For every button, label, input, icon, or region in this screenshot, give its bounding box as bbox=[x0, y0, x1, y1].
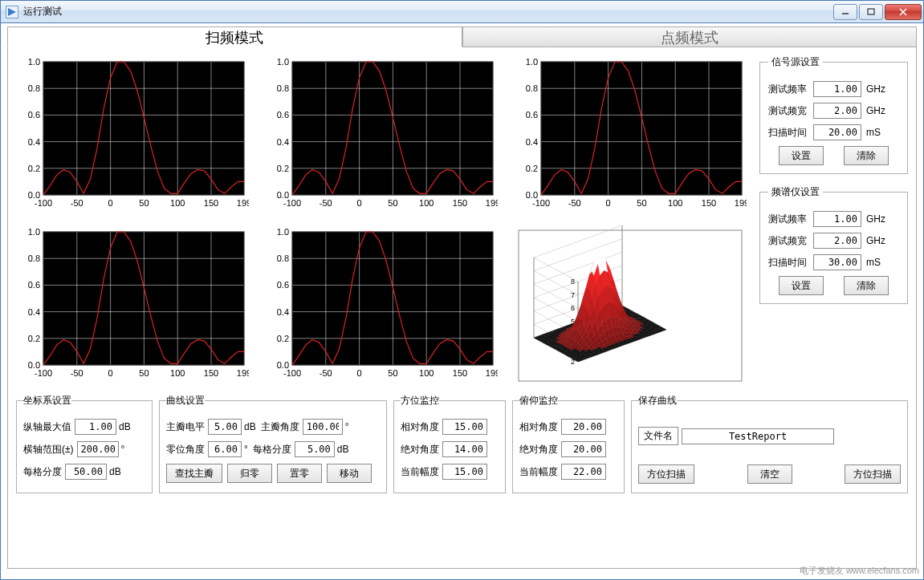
pitch-rel-label: 相对角度 bbox=[519, 420, 558, 434]
svg-text:0.4: 0.4 bbox=[277, 307, 289, 317]
surface-chart: 2345678 bbox=[514, 225, 747, 386]
svg-text:0: 0 bbox=[357, 368, 362, 378]
svg-text:0.2: 0.2 bbox=[277, 334, 289, 343]
azimuth-group: 方位监控 相对角度 绝对角度 当前幅度 bbox=[393, 394, 506, 493]
close-button[interactable] bbox=[885, 4, 922, 20]
coord-div-label: 每格分度 bbox=[23, 465, 62, 479]
save-file-label: 文件名 bbox=[638, 427, 678, 445]
spectrum-set-button[interactable]: 设置 bbox=[779, 276, 824, 295]
app-window: 运行测试 扫频模式 点频模式 -100-500501001501990.00.2… bbox=[0, 0, 924, 580]
window-title: 运行测试 bbox=[23, 5, 833, 18]
curve-mainlevel-input[interactable] bbox=[208, 419, 242, 435]
pitch-rel-input[interactable] bbox=[561, 419, 606, 435]
azimuth-legend: 方位监控 bbox=[401, 394, 439, 408]
signal-clear-button[interactable]: 清除 bbox=[844, 146, 889, 165]
pitch-abs-input[interactable] bbox=[561, 441, 606, 457]
svg-rect-5 bbox=[43, 62, 244, 195]
save-azscan-button[interactable]: 方位扫描 bbox=[638, 464, 694, 484]
tab-scan-mode[interactable]: 扫频模式 bbox=[7, 26, 462, 47]
curve-setzero-button[interactable]: 置零 bbox=[277, 464, 322, 483]
coord-div-unit: dB bbox=[109, 466, 121, 477]
svg-text:0.6: 0.6 bbox=[28, 110, 40, 120]
save-azscan2-button[interactable]: 方位扫描 bbox=[845, 464, 901, 484]
svg-text:150: 150 bbox=[453, 198, 467, 208]
svg-text:100: 100 bbox=[668, 198, 682, 208]
spectrum-bw-label: 测试频宽 bbox=[768, 234, 813, 248]
svg-text:150: 150 bbox=[204, 368, 218, 378]
curve-findmain-button[interactable]: 查找主瓣 bbox=[166, 464, 222, 483]
svg-marker-0 bbox=[8, 8, 16, 16]
spectrum-legend: 频谱仪设置 bbox=[768, 185, 823, 199]
pitch-group: 俯仰监控 相对角度 绝对角度 当前幅度 bbox=[512, 394, 625, 493]
svg-text:-50: -50 bbox=[320, 368, 332, 378]
curve-mainangle-unit: ° bbox=[345, 421, 349, 432]
save-file-input[interactable] bbox=[682, 428, 834, 444]
spectrum-time-label: 扫描时间 bbox=[768, 256, 813, 270]
curve-mainlevel-label: 主瓣电平 bbox=[166, 420, 205, 434]
curve-mainangle-input[interactable] bbox=[303, 419, 343, 435]
spectrum-bw-unit: GHz bbox=[866, 235, 885, 246]
coord-div-input[interactable] bbox=[65, 464, 107, 480]
signal-bw-label: 测试频宽 bbox=[768, 104, 813, 118]
save-legend: 保存曲线 bbox=[638, 394, 677, 408]
curve-perdiv-input[interactable] bbox=[295, 441, 335, 457]
save-clear-button[interactable]: 清空 bbox=[747, 464, 792, 484]
svg-text:7: 7 bbox=[571, 291, 575, 299]
pitch-abs-label: 绝对角度 bbox=[519, 443, 558, 456]
svg-text:50: 50 bbox=[388, 368, 397, 378]
signal-time-input[interactable] bbox=[813, 124, 861, 140]
save-group: 保存曲线 文件名 方位扫描 清空 方位扫描 bbox=[631, 394, 908, 493]
svg-text:1.0: 1.0 bbox=[277, 57, 289, 67]
signal-freq-unit: GHz bbox=[866, 83, 885, 95]
signal-freq-input[interactable] bbox=[813, 81, 861, 97]
coord-xrange-unit: ° bbox=[121, 444, 125, 455]
spectrum-time-unit: mS bbox=[866, 257, 881, 268]
svg-text:0.2: 0.2 bbox=[277, 164, 289, 173]
spectrum-clear-button[interactable]: 清除 bbox=[844, 276, 889, 295]
curve-zeroangle-unit: ° bbox=[244, 444, 248, 455]
curve-zeroback-button[interactable]: 归零 bbox=[227, 464, 272, 483]
svg-text:1.0: 1.0 bbox=[277, 227, 289, 237]
spectrum-group: 频谱仪设置 测试频率 GHz 测试频宽 GHz 扫描时间 bbox=[759, 185, 908, 304]
coord-xrange-label: 横轴范围(±) bbox=[23, 443, 74, 456]
svg-text:0.6: 0.6 bbox=[28, 280, 40, 290]
svg-text:0.8: 0.8 bbox=[277, 253, 289, 263]
signal-time-unit: mS bbox=[866, 127, 881, 138]
svg-text:0.0: 0.0 bbox=[526, 190, 538, 200]
azimuth-amp-input[interactable] bbox=[442, 464, 487, 480]
coord-xrange-input[interactable] bbox=[77, 441, 119, 457]
spectrum-time-input[interactable] bbox=[813, 254, 861, 270]
azimuth-rel-input[interactable] bbox=[442, 419, 487, 435]
svg-text:0.0: 0.0 bbox=[28, 190, 40, 200]
svg-text:199: 199 bbox=[486, 198, 498, 208]
curve-group: 曲线设置 主瓣电平 dB 主瓣角度 ° 零位角度 ° 每格分度 bbox=[159, 394, 387, 493]
curve-legend: 曲线设置 bbox=[166, 394, 205, 408]
maximize-button[interactable] bbox=[859, 4, 883, 20]
signal-bw-input[interactable] bbox=[813, 103, 861, 119]
svg-text:1.0: 1.0 bbox=[526, 57, 538, 67]
svg-text:0: 0 bbox=[606, 198, 611, 208]
svg-text:0.6: 0.6 bbox=[526, 110, 538, 120]
curve-zeroangle-input[interactable] bbox=[208, 441, 242, 457]
coord-ymax-input[interactable] bbox=[75, 419, 116, 435]
signal-freq-label: 测试频率 bbox=[768, 83, 813, 96]
line-chart-2: -100-500501001501990.00.20.40.60.81.0 bbox=[265, 55, 498, 216]
pitch-legend: 俯仰监控 bbox=[519, 394, 558, 408]
minimize-button[interactable] bbox=[833, 4, 857, 20]
svg-text:0: 0 bbox=[108, 198, 113, 208]
tab-point-mode[interactable]: 点频模式 bbox=[462, 26, 918, 47]
svg-rect-145 bbox=[519, 230, 742, 381]
svg-text:199: 199 bbox=[486, 368, 498, 378]
svg-text:6: 6 bbox=[571, 304, 575, 312]
mode-tabs: 扫频模式 点频模式 bbox=[7, 26, 917, 47]
coord-legend: 坐标系设置 bbox=[23, 394, 71, 408]
signal-set-button[interactable]: 设置 bbox=[779, 146, 824, 165]
spectrum-bw-input[interactable] bbox=[813, 233, 861, 249]
curve-zeroangle-label: 零位角度 bbox=[166, 443, 205, 456]
spectrum-freq-input[interactable] bbox=[813, 211, 861, 227]
svg-rect-61 bbox=[541, 62, 742, 195]
curve-move-button[interactable]: 移动 bbox=[327, 464, 372, 483]
pitch-amp-input[interactable] bbox=[561, 464, 606, 480]
azimuth-abs-input[interactable] bbox=[442, 441, 487, 457]
azimuth-abs-label: 绝对角度 bbox=[401, 443, 439, 456]
